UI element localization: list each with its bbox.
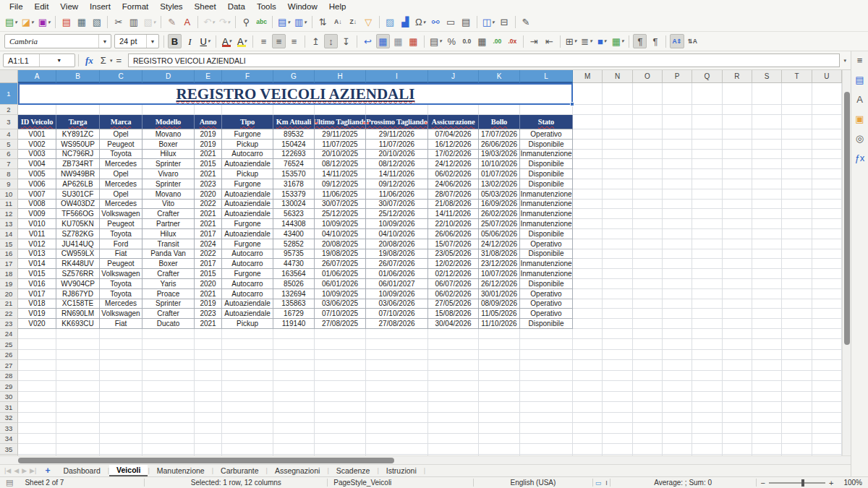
data-cell[interactable]: Auto aziendale xyxy=(222,229,273,239)
cell[interactable] xyxy=(603,83,632,105)
data-cell[interactable]: 132694 xyxy=(273,289,315,299)
show-draw-functions-button[interactable]: ✎ xyxy=(519,15,533,30)
column-header-P[interactable]: P xyxy=(663,70,692,83)
cell[interactable] xyxy=(812,279,842,289)
data-cell[interactable]: V009 xyxy=(18,209,56,219)
cell[interactable] xyxy=(479,392,520,403)
cell[interactable] xyxy=(222,105,273,115)
formula-input[interactable]: REGISTRO VEICOLI AZIENDALI xyxy=(128,53,840,67)
freeze-rows-columns-button[interactable]: ◫▾ xyxy=(481,15,496,30)
row-header-14[interactable]: 14 xyxy=(0,229,18,239)
cell[interactable] xyxy=(315,381,366,392)
data-cell[interactable]: Mercedes xyxy=(100,159,142,169)
cell[interactable] xyxy=(428,381,479,392)
cell[interactable] xyxy=(782,413,812,424)
data-cell[interactable]: In manutenzione xyxy=(520,150,573,160)
align-left-button[interactable]: ≡ xyxy=(257,34,271,48)
cell[interactable] xyxy=(573,289,603,299)
cell[interactable] xyxy=(633,299,663,309)
column-header-S[interactable]: S xyxy=(752,70,782,83)
cell[interactable] xyxy=(56,105,100,115)
cell[interactable] xyxy=(663,319,692,329)
cell[interactable] xyxy=(752,129,782,140)
cell[interactable] xyxy=(573,319,603,329)
data-cell[interactable]: TF566OG xyxy=(56,209,100,219)
data-cell[interactable]: 22/10/2026 xyxy=(428,219,479,229)
cell[interactable] xyxy=(812,209,842,219)
cell[interactable] xyxy=(663,259,692,269)
cell[interactable] xyxy=(692,209,722,219)
data-cell[interactable]: Furgone xyxy=(222,129,273,140)
text-orientation-vertical-button[interactable]: ⇅A xyxy=(686,34,699,48)
cell[interactable] xyxy=(142,402,195,413)
data-cell[interactable]: 163564 xyxy=(273,269,315,279)
cell[interactable] xyxy=(782,159,812,169)
cell[interactable] xyxy=(603,159,632,169)
cell[interactable] xyxy=(273,392,315,403)
data-cell[interactable]: 19/08/2025 xyxy=(315,249,366,260)
chevron-down-icon[interactable]: ▾ xyxy=(48,20,51,25)
cell[interactable] xyxy=(520,392,573,403)
cell[interactable] xyxy=(573,309,603,319)
data-cell[interactable]: In manutenzione xyxy=(520,269,573,279)
cell[interactable] xyxy=(782,179,812,189)
data-cell[interactable]: V015 xyxy=(18,269,56,279)
cell[interactable] xyxy=(663,249,692,260)
chevron-down-icon[interactable]: ▾ xyxy=(590,38,592,44)
data-cell[interactable]: Toyota xyxy=(100,289,142,299)
cell[interactable] xyxy=(663,83,692,105)
cell[interactable] xyxy=(692,299,722,309)
data-cell[interactable]: 2022 xyxy=(195,200,222,210)
column-header-A[interactable]: A xyxy=(18,70,56,83)
data-cell[interactable]: V001 xyxy=(18,129,56,140)
cell[interactable] xyxy=(633,309,663,319)
cell[interactable] xyxy=(723,402,752,413)
table-header-10[interactable]: Bollo xyxy=(479,115,520,129)
cell[interactable] xyxy=(142,360,195,371)
cell[interactable] xyxy=(195,402,222,413)
row-header-24[interactable]: 24 xyxy=(0,329,18,340)
data-cell[interactable]: KY891ZC xyxy=(56,129,100,140)
data-cell[interactable]: V014 xyxy=(18,259,56,269)
new-document-button[interactable]: ▤▾ xyxy=(4,15,19,30)
data-cell[interactable]: 30/07/2026 xyxy=(366,200,428,210)
styles-icon[interactable]: A xyxy=(856,95,863,104)
row-header-33[interactable]: 33 xyxy=(0,423,18,434)
data-cell[interactable]: V008 xyxy=(18,200,56,210)
save-button[interactable]: ▣▾ xyxy=(37,15,52,30)
data-cell[interactable]: 30/01/2026 xyxy=(479,289,520,299)
data-cell[interactable]: Mercedes xyxy=(100,200,142,210)
cell[interactable] xyxy=(782,229,812,239)
chevron-down-icon[interactable]: ▾ xyxy=(304,20,307,25)
cell[interactable] xyxy=(812,249,842,260)
cell[interactable] xyxy=(428,434,479,445)
data-cell[interactable]: 11/07/2025 xyxy=(315,140,366,150)
cell[interactable] xyxy=(273,413,315,424)
data-cell[interactable]: V012 xyxy=(18,239,56,249)
cell[interactable] xyxy=(663,402,692,413)
cell[interactable] xyxy=(18,444,56,455)
cell[interactable] xyxy=(222,434,273,445)
cell[interactable] xyxy=(692,159,722,169)
font-size-combo[interactable]: 24 pt ▼ xyxy=(114,34,159,48)
table-header-9[interactable]: Assicurazione xyxy=(428,115,479,129)
cell[interactable] xyxy=(142,381,195,392)
cell[interactable] xyxy=(603,150,632,160)
cell[interactable] xyxy=(663,150,692,160)
table-header-7[interactable]: ◂Ultimo Tagliando▸ xyxy=(315,115,366,129)
cell[interactable] xyxy=(782,444,812,455)
spreadsheet-grid[interactable]: 1REGISTRO VEICOLI AZIENDALI23ID VeicoloT… xyxy=(0,83,842,455)
cell[interactable] xyxy=(479,339,520,350)
data-cell[interactable]: V004 xyxy=(18,159,56,169)
data-cell[interactable]: Boxer xyxy=(142,140,195,150)
column-header-R[interactable]: R xyxy=(723,70,752,83)
cell[interactable] xyxy=(573,115,603,129)
data-cell[interactable]: 25/07/2026 xyxy=(479,219,520,229)
chevron-down-icon[interactable]: ▼ xyxy=(146,35,158,48)
data-cell[interactable]: 43400 xyxy=(273,229,315,239)
cell[interactable] xyxy=(603,402,632,413)
cell[interactable] xyxy=(752,329,782,340)
cell[interactable] xyxy=(573,189,603,200)
vertical-text-button[interactable]: A⇕ xyxy=(670,34,684,48)
data-cell[interactable]: Disponibile xyxy=(520,229,573,239)
